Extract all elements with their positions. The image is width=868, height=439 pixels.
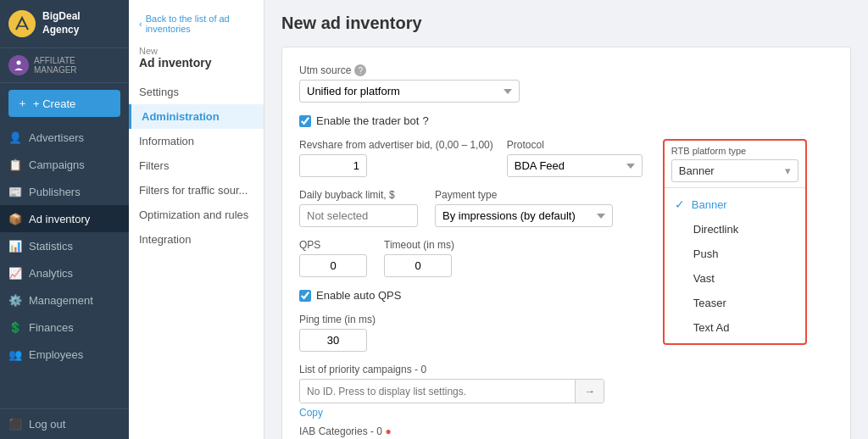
logo-subtitle: Agency bbox=[42, 24, 81, 37]
timeout-input[interactable] bbox=[384, 254, 452, 277]
iab-required-marker: ● bbox=[385, 425, 391, 437]
advertisers-icon: 👤 bbox=[8, 131, 22, 144]
rtb-option-vast[interactable]: Vast bbox=[665, 266, 805, 291]
revshare-input[interactable] bbox=[299, 154, 367, 177]
priority-campaigns-copy[interactable]: Copy bbox=[299, 407, 323, 419]
sidebar-label-advertisers: Advertisers bbox=[29, 131, 84, 144]
rtb-option-teaser[interactable]: Teaser bbox=[665, 291, 805, 315]
affiliate-badge: AFFILIATE MANAGER bbox=[0, 48, 129, 83]
employees-icon: 👥 bbox=[8, 347, 22, 361]
sidebar-label-ad-inventory: Ad inventory bbox=[29, 213, 90, 225]
enable-trader-bot-row: Enable the trader bot ? bbox=[299, 114, 833, 127]
revshare-protocol-rtb-row: Revshare from advertiser bid, (0,00 – 1,… bbox=[299, 139, 833, 177]
sidebar-item-finances[interactable]: 💲 Finances bbox=[0, 314, 129, 341]
create-button[interactable]: ＋ + Create bbox=[8, 90, 120, 117]
priority-campaigns-input[interactable] bbox=[300, 381, 575, 403]
back-chevron-icon: ‹ bbox=[139, 19, 142, 29]
logout-button[interactable]: ⬛ Log out bbox=[0, 409, 129, 439]
payment-type-label: Payment type bbox=[435, 189, 613, 201]
sidebar-item-statistics[interactable]: 📊 Statistics bbox=[0, 232, 129, 259]
sub-nav-information[interactable]: Information bbox=[129, 129, 264, 153]
qps-input[interactable] bbox=[299, 254, 367, 277]
timeout-label: Timeout (in ms) bbox=[384, 239, 454, 251]
sidebar-label-management: Management bbox=[29, 294, 93, 307]
utm-source-select[interactable]: Unified for platform bbox=[299, 80, 520, 103]
daily-buyback-label: Daily buyback limit, $ bbox=[299, 189, 418, 201]
protocol-select[interactable]: BDA Feed OpenRTB VAST bbox=[507, 154, 643, 177]
rtb-option-push[interactable]: Push bbox=[665, 242, 805, 266]
rtb-option-text-ad[interactable]: Text Ad bbox=[665, 315, 805, 340]
priority-campaigns-input-row: → bbox=[299, 379, 604, 403]
page-title: New ad inventory bbox=[281, 14, 851, 33]
rtb-platform-type-box: RTB platform type Banner ▾ ✓ Banner Dire… bbox=[663, 139, 807, 345]
ad-inventory-icon: 📦 bbox=[8, 212, 22, 225]
sub-nav-settings-label: Settings bbox=[139, 86, 179, 98]
rtb-select-row[interactable]: Banner ▾ bbox=[671, 159, 798, 182]
sub-nav-settings[interactable]: Settings bbox=[129, 80, 264, 104]
qps-label: QPS bbox=[299, 239, 367, 251]
qps-group: QPS bbox=[299, 239, 367, 277]
sub-nav-integration-label: Integration bbox=[139, 233, 191, 246]
rtb-option-directlink-label: Directlink bbox=[693, 223, 738, 236]
sub-nav-administration[interactable]: Administration bbox=[129, 104, 264, 129]
form-card: Utm source ? Unified for platform Enable… bbox=[281, 47, 851, 439]
rtb-check-banner: ✓ bbox=[675, 197, 685, 211]
priority-campaigns-arrow[interactable]: → bbox=[575, 380, 604, 403]
logo-name: BigDeal bbox=[42, 10, 81, 24]
trader-bot-info-icon[interactable]: ? bbox=[422, 114, 428, 127]
sidebar-nav: 👤 Advertisers 📋 Campaigns 📰 Publishers 📦… bbox=[0, 124, 129, 408]
rtb-option-directlink[interactable]: Directlink bbox=[665, 217, 805, 242]
priority-campaigns-section: List of priority campaigns - 0 → Copy bbox=[299, 364, 833, 419]
utm-source-group: Utm source ? Unified for platform bbox=[299, 64, 520, 103]
logo-area: BigDeal Agency bbox=[0, 0, 129, 48]
sub-sidebar: ‹ Back to the list of ad inventories New… bbox=[129, 0, 264, 439]
main-content: New ad inventory Utm source ? Unified fo… bbox=[264, 0, 868, 439]
iab-categories-label: IAB Categories - 0 ● bbox=[299, 425, 833, 437]
sub-nav-filters-traffic[interactable]: Filters for traffic sour... bbox=[129, 178, 264, 203]
back-link[interactable]: ‹ Back to the list of ad inventories bbox=[129, 8, 264, 39]
enable-auto-qps-label: Enable auto QPS bbox=[316, 289, 401, 302]
sub-nav-filters-label: Filters bbox=[139, 159, 169, 172]
ping-time-input[interactable] bbox=[299, 329, 367, 352]
revshare-label: Revshare from advertiser bid, (0,00 – 1,… bbox=[299, 139, 493, 151]
sub-nav-optimization[interactable]: Optimization and rules bbox=[129, 203, 264, 227]
sidebar-label-analytics: Analytics bbox=[29, 267, 73, 280]
sub-nav-administration-label: Administration bbox=[142, 110, 220, 123]
sidebar-item-advertisers[interactable]: 👤 Advertisers bbox=[0, 124, 129, 151]
sub-nav-information-label: Information bbox=[139, 135, 194, 147]
sidebar: BigDeal Agency AFFILIATE MANAGER ＋ + Cre… bbox=[0, 0, 129, 439]
sidebar-label-employees: Employees bbox=[29, 348, 83, 361]
create-button-label: + Create bbox=[33, 97, 75, 110]
enable-trader-bot-checkbox[interactable] bbox=[299, 115, 311, 127]
daily-buyback-input[interactable] bbox=[299, 204, 418, 227]
sub-nav-integration[interactable]: Integration bbox=[129, 227, 264, 252]
sidebar-item-analytics[interactable]: 📈 Analytics bbox=[0, 259, 129, 286]
sub-sidebar-header: New Ad inventory bbox=[129, 39, 264, 80]
plus-icon: ＋ bbox=[17, 96, 28, 111]
sidebar-item-management[interactable]: ⚙️ Management bbox=[0, 286, 129, 314]
affiliate-label: AFFILIATE MANAGER bbox=[34, 56, 120, 75]
revshare-group: Revshare from advertiser bid, (0,00 – 1,… bbox=[299, 139, 493, 177]
sub-nav-filters[interactable]: Filters bbox=[129, 153, 264, 178]
utm-source-info-icon[interactable]: ? bbox=[354, 64, 366, 76]
rtb-option-banner[interactable]: ✓ Banner bbox=[665, 192, 805, 217]
rtb-selected-value: Banner bbox=[679, 164, 715, 177]
enable-auto-qps-checkbox[interactable] bbox=[299, 290, 311, 302]
sidebar-item-ad-inventory[interactable]: 📦 Ad inventory bbox=[0, 205, 129, 232]
sidebar-item-employees[interactable]: 👥 Employees bbox=[0, 341, 129, 368]
protocol-group: Protocol BDA Feed OpenRTB VAST bbox=[507, 139, 643, 177]
rtb-option-banner-label: Banner bbox=[692, 198, 727, 211]
management-icon: ⚙️ bbox=[8, 293, 22, 307]
sidebar-item-publishers[interactable]: 📰 Publishers bbox=[0, 178, 129, 205]
ping-time-label: Ping time (in ms) bbox=[299, 314, 376, 325]
iab-categories-section: IAB Categories - 0 ● → Copy Upload/Edit … bbox=[299, 425, 833, 439]
rtb-option-text-ad-label: Text Ad bbox=[693, 321, 730, 334]
rtb-option-teaser-label: Teaser bbox=[693, 297, 726, 309]
campaigns-icon: 📋 bbox=[8, 158, 22, 171]
sidebar-footer: ⬛ Log out bbox=[0, 408, 129, 439]
enable-trader-bot-label: Enable the trader bot ? bbox=[316, 114, 429, 127]
payment-type-select[interactable]: By impressions (by default) By clicks By… bbox=[435, 204, 613, 227]
affiliate-icon bbox=[8, 55, 29, 75]
ping-time-group: Ping time (in ms) bbox=[299, 314, 376, 352]
sidebar-item-campaigns[interactable]: 📋 Campaigns bbox=[0, 151, 129, 178]
